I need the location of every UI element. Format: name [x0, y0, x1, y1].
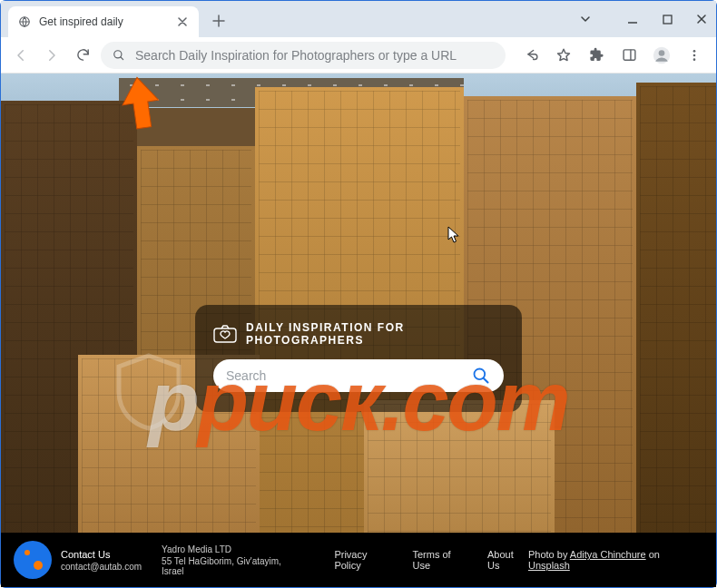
kebab-menu-icon[interactable]: [683, 43, 705, 68]
footer-contact-email: contact@autab.com: [61, 562, 142, 572]
toolbar-actions: [511, 43, 709, 68]
search-submit-icon[interactable]: [471, 366, 491, 386]
window-close-button[interactable]: [692, 10, 711, 28]
page-content: DAILY INSPIRATION FOR PHOTOGRAPHERS pрис…: [1, 74, 716, 587]
search-card: DAILY INSPIRATION FOR PHOTOGRAPHERS: [195, 305, 522, 412]
tab-title: Get inspired daily: [39, 15, 175, 28]
footer-contact-heading: Contact Us: [61, 549, 142, 560]
tabs-dropdown-icon[interactable]: [576, 10, 594, 28]
footer-company-addr: 55 Tel HaGiborim, Giv'atayim, Israel: [162, 556, 305, 576]
card-header: DAILY INSPIRATION FOR PHOTOGRAPHERS: [213, 321, 504, 347]
footer-photo-credit: Photo by Aditya Chinchure on Unsplash: [528, 549, 703, 571]
footer-logo-icon: [14, 541, 52, 579]
card-title: DAILY INSPIRATION FOR PHOTOGRAPHERS: [246, 321, 504, 347]
page-search-input[interactable]: [226, 368, 471, 383]
omnibox[interactable]: Search Daily Inspiration for Photographe…: [101, 42, 506, 69]
share-icon[interactable]: [520, 43, 542, 68]
profile-avatar-icon[interactable]: [651, 43, 673, 68]
svg-point-6: [693, 50, 696, 53]
window-controls: [576, 1, 711, 37]
extensions-icon[interactable]: [585, 43, 607, 68]
page-footer: Contact Us contact@autab.com Yadro Media…: [1, 533, 716, 587]
footer-company-name: Yadro Media LTD: [162, 544, 305, 554]
cursor-icon: [447, 226, 460, 244]
nav-back-button[interactable]: [8, 43, 34, 68]
browser-toolbar: Search Daily Inspiration for Photographe…: [1, 37, 716, 74]
footer-contact: Contact Us contact@autab.com: [61, 549, 142, 572]
page-search-bar: [213, 359, 504, 392]
footer-link-about[interactable]: About Us: [487, 549, 528, 571]
svg-point-7: [693, 54, 696, 56]
footer-credit-author[interactable]: Aditya Chinchure: [570, 549, 646, 560]
footer-link-privacy[interactable]: Privacy Policy: [334, 549, 396, 571]
side-panel-icon[interactable]: [618, 43, 640, 68]
tab-strip: Get inspired daily: [1, 1, 716, 37]
tab-favicon-icon: [17, 15, 32, 29]
new-tab-button[interactable]: [206, 8, 231, 34]
svg-rect-9: [214, 328, 236, 342]
browser-window: Get inspired daily Search Daily Inspirat…: [0, 0, 717, 588]
nav-reload-button[interactable]: [70, 43, 95, 68]
footer-link-terms[interactable]: Terms of Use: [413, 549, 471, 571]
svg-rect-3: [624, 50, 635, 60]
footer-credit-site[interactable]: Unsplash: [528, 560, 570, 571]
nav-forward-button[interactable]: [39, 43, 64, 68]
window-minimize-button[interactable]: [624, 10, 642, 28]
footer-links: Privacy Policy Terms of Use About Us: [334, 549, 528, 571]
svg-rect-1: [663, 15, 672, 24]
annotation-arrow-icon: [115, 74, 166, 134]
svg-point-8: [693, 58, 696, 61]
tab-close-icon[interactable]: [175, 15, 190, 29]
search-icon: [112, 48, 126, 63]
browser-tab[interactable]: Get inspired daily: [8, 6, 199, 37]
omnibox-placeholder: Search Daily Inspiration for Photographe…: [135, 48, 457, 63]
bookmark-star-icon[interactable]: [553, 43, 575, 68]
svg-point-5: [659, 50, 665, 56]
camera-heart-icon: [213, 325, 237, 343]
window-maximize-button[interactable]: [658, 10, 676, 28]
footer-company: Yadro Media LTD 55 Tel HaGiborim, Giv'at…: [162, 544, 305, 576]
